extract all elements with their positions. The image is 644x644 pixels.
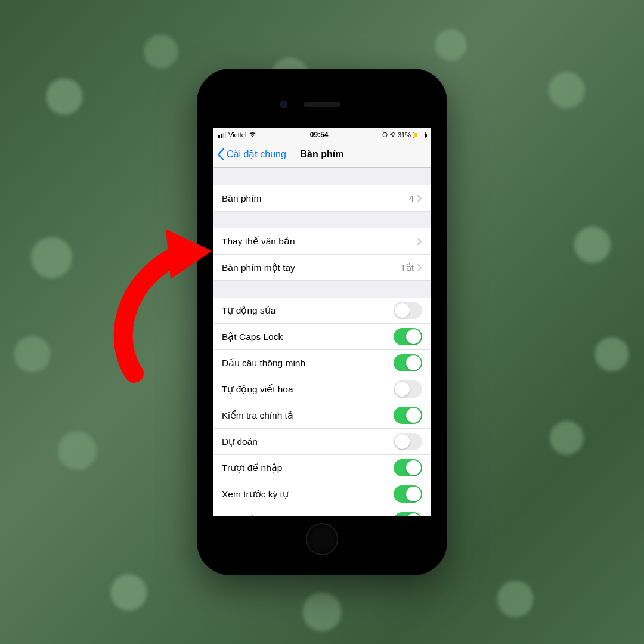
status-bar: Viettel 09:54 31% [213,128,431,141]
phone-top-bezel [205,77,439,128]
earpiece-speaker [304,102,340,107]
predictive-label: Dự đoán [222,436,394,447]
spell-check-toggle[interactable] [394,407,422,424]
carrier-label: Viettel [228,131,246,138]
row-character-preview: Xem trước ký tự [213,481,431,507]
battery-pct: 31% [398,131,411,138]
auto-capitalize-label: Tự động viết hoa [222,384,394,395]
predictive-toggle[interactable] [394,433,422,450]
keyboards-count: 4 [409,193,414,203]
row-keyboards[interactable]: Bàn phím 4 [213,185,431,212]
row-auto-capitalize: Tự động viết hoa [213,376,431,402]
auto-correct-toggle[interactable] [394,302,422,319]
row-text-replacement[interactable]: Thay thế văn bản [213,228,431,255]
row-slide-to-type: Trượt để nhập [213,455,431,481]
auto-correct-label: Tự động sửa [222,305,394,316]
front-camera [280,101,287,108]
row-smart-punctuation: Dấu câu thông minh [213,350,431,376]
caps-lock-label: Bật Caps Lock [222,332,394,342]
smart-punctuation-toggle[interactable] [394,354,422,371]
character-preview-toggle[interactable] [394,485,422,503]
row-one-handed-keyboard[interactable]: Bàn phím một tay Tắt [213,255,431,281]
nav-bar: Cài đặt chung Bàn phím [213,141,431,168]
chevron-left-icon [217,148,225,160]
back-label: Cài đặt chung [227,148,286,160]
row-caps-lock: Bật Caps Lock [213,324,431,350]
chevron-right-icon [417,195,422,202]
spell-check-label: Kiểm tra chính tả [222,410,394,421]
row-shortcut: Phím tắt "" [213,507,431,516]
caps-lock-toggle[interactable] [394,328,422,345]
settings-list[interactable]: Bàn phím 4 Thay thế văn bản Bàn phím một… [213,168,431,516]
wifi-icon [249,132,256,138]
row-auto-correct: Tự động sửa [213,298,431,324]
slide-to-type-toggle[interactable] [394,459,422,476]
slide-to-type-label: Trượt để nhập [222,463,394,473]
location-icon [390,131,396,138]
phone-frame: Viettel 09:54 31% [197,69,447,575]
row-predictive: Dự đoán [213,429,431,455]
alarm-icon [382,131,388,139]
keyboards-label: Bàn phím [222,193,409,204]
phone-screen: Viettel 09:54 31% [213,128,431,516]
chevron-right-icon [417,264,422,271]
battery-icon [413,132,426,138]
home-button[interactable] [306,523,338,555]
shortcut-label: Phím tắt "" [222,515,394,516]
character-preview-label: Xem trước ký tự [222,489,394,500]
text-replacement-label: Thay thế văn bản [222,236,417,247]
row-spell-check: Kiểm tra chính tả [213,402,431,429]
clock: 09:54 [310,131,329,139]
signal-icon [218,132,226,138]
shortcut-toggle[interactable] [394,512,422,516]
one-handed-label: Bàn phím một tay [222,262,401,273]
back-button[interactable]: Cài đặt chung [213,148,286,160]
auto-capitalize-toggle[interactable] [394,380,422,398]
smart-punctuation-label: Dấu câu thông minh [222,358,394,369]
one-handed-value: Tắt [401,262,414,273]
chevron-right-icon [417,238,422,245]
